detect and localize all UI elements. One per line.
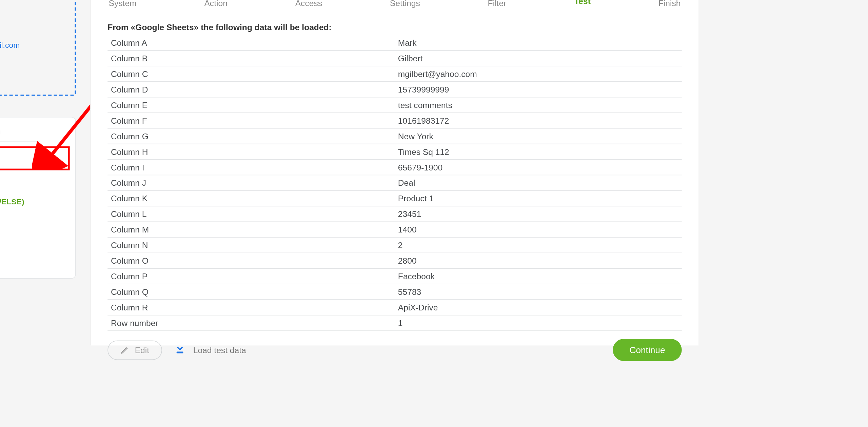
from-line: From «Google Sheets» the following data … <box>107 22 682 32</box>
table-key: Column G <box>107 128 395 144</box>
step-finish[interactable]: ✓Finish <box>658 0 681 8</box>
divider <box>0 141 40 142</box>
option-mathematics[interactable]: MATHEMATICS <box>0 249 70 269</box>
table-key: Column H <box>107 144 395 160</box>
table-row: Column AMark <box>107 35 682 50</box>
data-source-card[interactable]: ✓ 1 DATA SOURCE SystemGoogle Sheets Acti… <box>0 0 76 96</box>
table-value: ApiX-Drive <box>395 300 682 315</box>
edit-label: Edit <box>135 345 149 355</box>
step-label: Test <box>574 0 591 6</box>
step-system[interactable]: ✓System <box>109 0 137 8</box>
table-row: Row number1 <box>107 315 682 331</box>
continue-button[interactable]: Continue <box>613 339 682 361</box>
table-row: Column BGilbert <box>107 50 682 66</box>
table-value: 1 <box>395 315 682 331</box>
add-next-label: Add next action <box>0 126 70 136</box>
option-cond-label: CONDITIONAL LOGIC (IF/ELSE) <box>0 197 24 205</box>
step-label: Action <box>204 0 227 8</box>
table-value: 10161983172 <box>395 113 682 128</box>
step-access[interactable]: ✓Access <box>295 0 322 8</box>
table-row: Column HTimes Sq 112 <box>107 144 682 160</box>
option-data-destination[interactable]: DATA DESTINATION <box>0 146 70 170</box>
table-value: 2800 <box>395 253 682 268</box>
download-icon <box>173 341 186 359</box>
table-value: 55783 <box>395 284 682 300</box>
step-label: Settings <box>390 0 420 8</box>
table-value: Deal <box>395 175 682 190</box>
table-key: Row number <box>107 315 395 331</box>
table-row: Column L23451 <box>107 206 682 222</box>
table-key: Column K <box>107 190 395 206</box>
table-value: Gilbert <box>395 50 682 66</box>
table-row: Column D15739999999 <box>107 82 682 97</box>
table-key: Column M <box>107 222 395 237</box>
table-row: Column RApiX-Drive <box>107 300 682 315</box>
table-row: Column Etest comments <box>107 97 682 113</box>
table-key: Column J <box>107 175 395 190</box>
step-label: Filter <box>488 0 507 8</box>
table-value: Times Sq 112 <box>395 144 682 160</box>
table-key: Column N <box>107 237 395 253</box>
table-row: Column O2800 <box>107 253 682 268</box>
table-row: Column GNew York <box>107 128 682 144</box>
step-label: System <box>109 0 137 8</box>
table-row: Column PFacebook <box>107 268 682 284</box>
step-action[interactable]: ✓Action <box>204 0 227 8</box>
access-value[interactable]: maverickandrii@gmail.com <box>0 39 20 51</box>
table-key: Column C <box>107 66 395 82</box>
table-value: Mark <box>395 35 682 50</box>
table-value: Facebook <box>395 268 682 284</box>
step-label: Finish <box>658 0 681 8</box>
table-value: 15739999999 <box>395 82 682 97</box>
option-data-search[interactable]: DATA SEARCH <box>0 211 70 232</box>
table-value: 1400 <box>395 222 682 237</box>
table-key: Column O <box>107 253 395 268</box>
table-row: Column Q55783 <box>107 284 682 300</box>
table-key: Column I <box>107 160 395 175</box>
table-row: Column Cmgilbert@yahoo.com <box>107 66 682 82</box>
table-value: test comments <box>395 97 682 113</box>
load-label: Load test data <box>193 345 246 355</box>
svg-rect-30 <box>176 351 183 353</box>
table-key: Column D <box>107 82 395 97</box>
step-label: Access <box>295 0 322 8</box>
option-conditional[interactable]: CONDITIONAL LOGIC (IF/ELSE) <box>0 191 70 211</box>
step-filter[interactable]: ✓Filter <box>488 0 507 8</box>
table-key: Column L <box>107 206 395 222</box>
table-value: mgilbert@yahoo.com <box>395 66 682 82</box>
pencil-icon <box>120 345 129 354</box>
table-row: Column N2 <box>107 237 682 253</box>
option-ai-tools[interactable]: AI TOOLS <box>0 170 70 191</box>
stepper: ✓System✓Action✓Access✓Settings✓FilterTes… <box>107 0 682 8</box>
table-key: Column R <box>107 300 395 315</box>
add-action-panel: Add next action DATA DESTINATION AI TOOL… <box>0 117 76 279</box>
table-key: Column B <box>107 50 395 66</box>
table-row: Column M1400 <box>107 222 682 237</box>
table-row: Column JDeal <box>107 175 682 190</box>
table-row: Column KProduct 1 <box>107 190 682 206</box>
table-value: 23451 <box>395 206 682 222</box>
load-test-data[interactable]: Load test data <box>173 341 246 359</box>
option-formatting[interactable]: Aa FORMATTING <box>0 232 70 249</box>
step-test[interactable]: Test <box>574 0 591 8</box>
table-key: Column P <box>107 268 395 284</box>
data-table: Column AMarkColumn BGilbertColumn Cmgilb… <box>107 35 682 331</box>
table-value: New York <box>395 128 682 144</box>
step-settings[interactable]: ✓Settings <box>390 0 420 8</box>
table-value: 2 <box>395 237 682 253</box>
table-key: Column F <box>107 113 395 128</box>
table-value: Product 1 <box>395 190 682 206</box>
continue-label: Continue <box>629 345 665 355</box>
edit-button[interactable]: Edit <box>107 340 162 360</box>
data-source-head: 1 DATA SOURCE <box>0 0 67 9</box>
table-value: 65679-1900 <box>395 160 682 175</box>
table-key: Column A <box>107 35 395 50</box>
table-key: Column Q <box>107 284 395 300</box>
table-key: Column E <box>107 97 395 113</box>
table-row: Column F10161983172 <box>107 113 682 128</box>
table-row: Column I65679-1900 <box>107 160 682 175</box>
